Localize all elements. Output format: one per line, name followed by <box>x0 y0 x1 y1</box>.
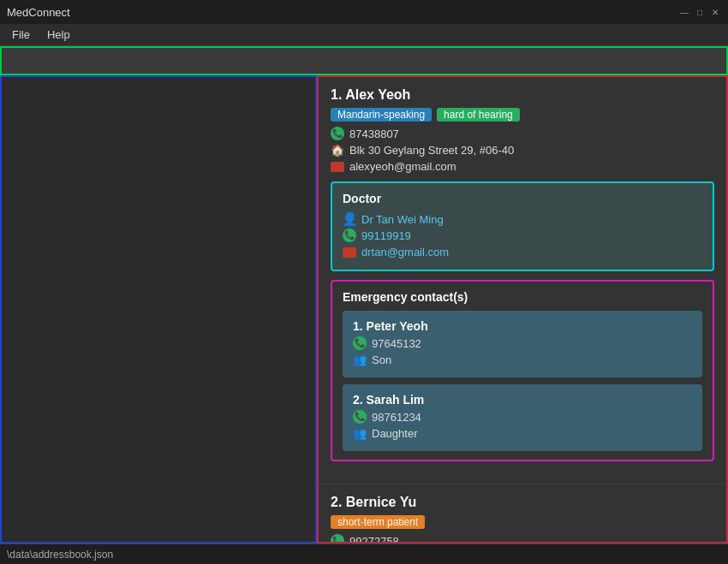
emergency-contact-2: 2. Sarah Lim 📞 98761234 👥 Daughter <box>343 384 702 451</box>
titlebar-controls: — □ ✕ <box>678 6 721 18</box>
phone-icon-2: 📞 <box>331 534 344 543</box>
doctor-person-icon: 👤 <box>343 212 356 226</box>
contact-1-relation: 👥 Son <box>353 353 692 366</box>
titlebar: MedConnect — □ ✕ <box>0 0 728 24</box>
patient-1-phone: 📞 87438807 <box>331 127 714 140</box>
doctor-phone[interactable]: 99119919 <box>361 229 411 242</box>
contact-2-relation: 👥 Daughter <box>353 426 692 440</box>
tag-hard-of-hearing: hard of hearing <box>437 108 520 122</box>
minimize-button[interactable]: — <box>678 6 690 18</box>
patient-entry-1: 1. Alex Yeoh Mandarin-speaking hard of h… <box>319 77 726 484</box>
doctor-phone-icon: 📞 <box>343 229 356 242</box>
contact-2-phone-icon: 📞 <box>353 410 367 424</box>
statusbar: \data\addressbook.json <box>0 543 728 564</box>
doctor-box: Doctor 👤 Dr Tan Wei Ming 📞 99119919 drta… <box>331 181 714 271</box>
emergency-section-title: Emergency contact(s) <box>343 290 702 304</box>
contact-2-person-icon: 👥 <box>353 426 367 440</box>
doctor-email-row: drtan@gmail.com <box>343 245 702 258</box>
left-panel <box>0 75 317 543</box>
maximize-button[interactable]: □ <box>694 6 706 18</box>
contact-1-person-icon: 👥 <box>353 353 367 366</box>
menu-file[interactable]: File <box>3 27 39 43</box>
patient-2-name: 2. Bernice Yu <box>331 495 714 510</box>
right-panel[interactable]: 1. Alex Yeoh Mandarin-speaking hard of h… <box>317 75 728 543</box>
app-title: MedConnect <box>7 6 70 19</box>
doctor-email[interactable]: drtan@gmail.com <box>361 246 449 258</box>
titlebar-left: MedConnect <box>7 6 70 19</box>
patient-1-email: alexyeoh@gmail.com <box>331 159 714 173</box>
tag-mandarin-speaking: Mandarin-speaking <box>331 108 432 122</box>
doctor-section-title: Doctor <box>343 192 702 205</box>
mail-icon-1 <box>331 159 344 173</box>
contact-2-name: 2. Sarah Lim <box>353 393 692 407</box>
status-path: \data\addressbook.json <box>7 549 113 561</box>
contact-1-name: 1. Peter Yeoh <box>353 319 692 333</box>
patient-2-phone: 📞 99272758 <box>331 534 714 543</box>
patient-1-name: 1. Alex Yeoh <box>331 87 714 103</box>
doctor-name[interactable]: Dr Tan Wei Ming <box>361 213 444 226</box>
phone-icon-1: 📞 <box>331 127 344 140</box>
contact-2-phone: 📞 98761234 <box>353 410 692 424</box>
patient-2-tags: short-term patient <box>331 515 714 529</box>
contact-1-phone: 📞 97645132 <box>353 336 692 350</box>
patient-entry-2: 2. Bernice Yu short-term patient 📞 99272… <box>319 484 726 543</box>
menubar: File Help <box>0 24 728 46</box>
doctor-name-row: 👤 Dr Tan Wei Ming <box>343 212 702 226</box>
emergency-contact-1: 1. Peter Yeoh 📞 97645132 👥 Son <box>343 311 702 377</box>
contact-1-phone-icon: 📞 <box>353 336 367 350</box>
toolbar <box>0 46 728 75</box>
patient-1-tags: Mandarin-speaking hard of hearing <box>331 108 714 122</box>
tag-short-term: short-term patient <box>331 515 425 529</box>
doctor-phone-row: 📞 99119919 <box>343 229 702 242</box>
close-button[interactable]: ✕ <box>709 6 721 18</box>
patient-1-address: 🏠 Blk 30 Geylang Street 29, #06-40 <box>331 143 714 157</box>
menu-help[interactable]: Help <box>39 27 79 43</box>
home-icon-1: 🏠 <box>331 143 344 157</box>
doctor-mail-icon <box>343 245 356 258</box>
emergency-box: Emergency contact(s) 1. Peter Yeoh 📞 976… <box>331 280 714 461</box>
main-layout: 1. Alex Yeoh Mandarin-speaking hard of h… <box>0 75 728 543</box>
